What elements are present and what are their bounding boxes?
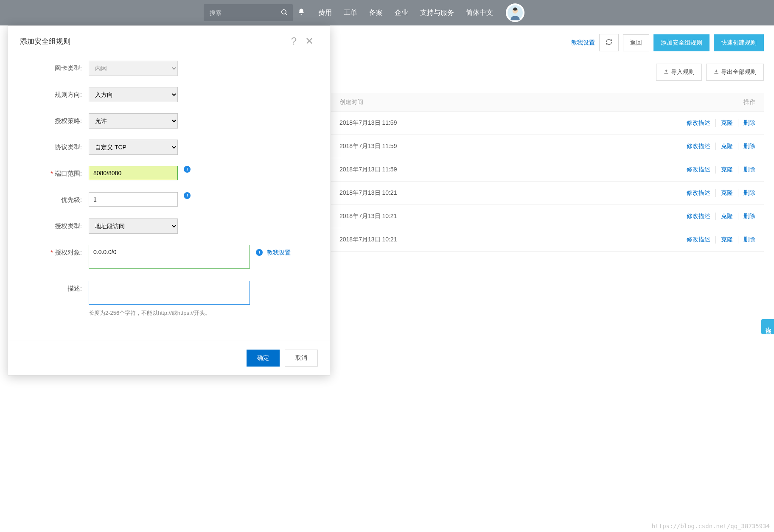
nav-item-lang[interactable]: 简体中文: [466, 8, 493, 17]
ok-button[interactable]: 确定: [247, 350, 280, 367]
table-row: 2018年7月13日 11:59修改描述克隆删除: [331, 135, 764, 158]
op-edit-desc[interactable]: 修改描述: [681, 189, 716, 197]
notification-icon[interactable]: [293, 8, 310, 18]
cell-ops: 修改描述克隆删除: [681, 119, 755, 127]
cell-ops: 修改描述克隆删除: [681, 236, 755, 244]
info-icon[interactable]: i: [184, 166, 191, 173]
search-button[interactable]: [276, 4, 293, 21]
protocol-select[interactable]: 自定义 TCP: [89, 140, 178, 155]
op-clone[interactable]: 克隆: [716, 119, 738, 127]
op-edit-desc[interactable]: 修改描述: [681, 166, 716, 174]
nav-item-support[interactable]: 支持与服务: [420, 8, 454, 17]
op-delete[interactable]: 删除: [738, 119, 755, 127]
op-delete[interactable]: 删除: [738, 166, 755, 174]
cell-ops: 修改描述克隆删除: [681, 213, 755, 220]
search-wrap: [204, 4, 293, 21]
label-nic-type: 网卡类型:: [21, 61, 89, 76]
search-input[interactable]: [204, 5, 276, 20]
export-all-button[interactable]: 导出全部规则: [706, 64, 764, 81]
feedback-side-tab[interactable]: 咨询·建议: [761, 319, 774, 334]
op-clone[interactable]: 克隆: [716, 189, 738, 197]
nav-items: 费用 工单 备案 企业 支持与服务 简体中文: [318, 8, 493, 17]
modal-body: 网卡类型: 内网 规则方向: 入方向 授权策略: 允许 协议类型: 自定义 TC…: [8, 56, 330, 341]
svg-point-0: [282, 9, 286, 14]
description-hint: 长度为2-256个字符，不能以http://或https://开头。: [89, 309, 250, 317]
op-edit-desc[interactable]: 修改描述: [681, 236, 716, 244]
table-header: 创建时间 操作: [331, 93, 764, 112]
modal-footer: 确定 取消: [8, 341, 330, 375]
modal-header: 添加安全组规则 ? ✕: [8, 26, 330, 56]
op-clone[interactable]: 克隆: [716, 213, 738, 220]
page-toolbar-2: 导入规则 导出全部规则: [656, 64, 764, 81]
label-description: 描述:: [21, 281, 89, 296]
label-auth-type: 授权类型:: [21, 218, 89, 234]
priority-input[interactable]: [89, 192, 178, 207]
cell-time: 2018年7月13日 10:21: [339, 236, 681, 244]
watermark: https://blog.csdn.net/qq_38735934: [652, 523, 770, 529]
avatar[interactable]: [506, 3, 524, 22]
label-policy: 授权策略:: [21, 113, 89, 129]
label-direction: 规则方向:: [21, 87, 89, 102]
cancel-button[interactable]: 取消: [285, 350, 318, 367]
op-delete[interactable]: 删除: [738, 143, 755, 150]
op-clone[interactable]: 克隆: [716, 166, 738, 174]
policy-select[interactable]: 允许: [89, 113, 178, 129]
table-row: 2018年7月13日 10:21修改描述克隆删除: [331, 205, 764, 228]
cell-time: 2018年7月13日 11:59: [339, 143, 681, 150]
teach-me-link[interactable]: 教我设置: [267, 245, 291, 260]
op-edit-desc[interactable]: 修改描述: [681, 143, 716, 150]
cell-ops: 修改描述克隆删除: [681, 189, 755, 197]
nav-item-cost[interactable]: 费用: [318, 8, 332, 17]
rules-table: 创建时间 操作 2018年7月13日 11:59修改描述克隆删除2018年7月1…: [331, 93, 764, 252]
cell-time: 2018年7月13日 11:59: [339, 166, 681, 174]
add-rule-modal: 添加安全组规则 ? ✕ 网卡类型: 内网 规则方向: 入方向 授权策略: 允许 …: [8, 25, 330, 375]
modal-title: 添加安全组规则: [20, 36, 287, 46]
import-rules-button[interactable]: 导入规则: [656, 64, 702, 81]
upload-icon: [663, 69, 669, 75]
op-clone[interactable]: 克隆: [716, 236, 738, 244]
download-icon: [713, 69, 719, 75]
label-auth-object: *授权对象:: [21, 245, 89, 260]
quick-create-button[interactable]: 快速创建规则: [714, 34, 764, 51]
op-delete[interactable]: 删除: [738, 236, 755, 244]
op-delete[interactable]: 删除: [738, 189, 755, 197]
info-icon[interactable]: i: [184, 192, 191, 199]
op-clone[interactable]: 克隆: [716, 143, 738, 150]
search-icon: [280, 8, 288, 16]
col-header-ops: 操作: [730, 98, 755, 106]
description-input[interactable]: [89, 281, 250, 305]
back-button[interactable]: 返回: [623, 34, 649, 51]
add-rule-button[interactable]: 添加安全组规则: [653, 34, 710, 51]
label-protocol: 协议类型:: [21, 140, 89, 155]
table-row: 2018年7月13日 11:59修改描述克隆删除: [331, 112, 764, 135]
nav-item-icp[interactable]: 备案: [369, 8, 383, 17]
help-icon[interactable]: ?: [287, 35, 301, 47]
op-delete[interactable]: 删除: [738, 213, 755, 220]
refresh-button[interactable]: [599, 34, 619, 51]
label-priority: 优先级:: [21, 192, 89, 207]
nav-item-enterprise[interactable]: 企业: [395, 8, 408, 17]
table-row: 2018年7月13日 11:59修改描述克隆删除: [331, 158, 764, 182]
port-range-input[interactable]: [89, 166, 178, 180]
close-icon[interactable]: ✕: [301, 35, 318, 47]
cell-time: 2018年7月13日 10:21: [339, 189, 681, 197]
table-row: 2018年7月13日 10:21修改描述克隆删除: [331, 228, 764, 252]
cell-time: 2018年7月13日 11:59: [339, 119, 681, 127]
refresh-icon: [606, 39, 612, 45]
col-header-time: 创建时间: [339, 98, 730, 106]
teach-me-link[interactable]: 教我设置: [571, 39, 595, 47]
cell-time: 2018年7月13日 10:21: [339, 213, 681, 220]
info-icon[interactable]: i: [256, 249, 263, 256]
op-edit-desc[interactable]: 修改描述: [681, 119, 716, 127]
auth-object-input[interactable]: 0.0.0.0/0: [89, 245, 250, 269]
direction-select[interactable]: 入方向: [89, 87, 178, 102]
auth-type-select[interactable]: 地址段访问: [89, 218, 178, 234]
nic-type-select: 内网: [89, 61, 178, 76]
cell-ops: 修改描述克隆删除: [681, 143, 755, 150]
svg-line-1: [286, 14, 287, 15]
top-navbar: 费用 工单 备案 企业 支持与服务 简体中文: [0, 0, 774, 25]
op-edit-desc[interactable]: 修改描述: [681, 213, 716, 220]
table-row: 2018年7月13日 10:21修改描述克隆删除: [331, 182, 764, 205]
nav-item-ticket[interactable]: 工单: [344, 8, 357, 17]
label-port-range: *端口范围:: [21, 166, 89, 181]
